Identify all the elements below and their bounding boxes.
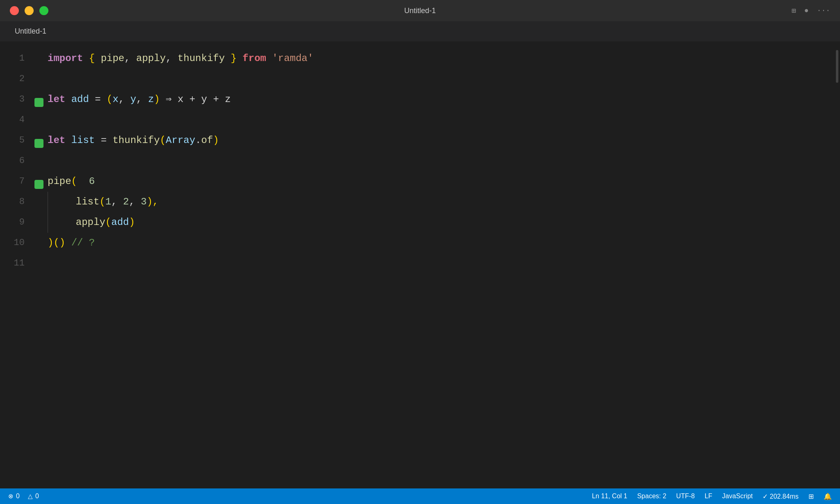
breakpoint-line3	[34, 98, 43, 107]
notification-icon[interactable]: 🔔	[824, 493, 832, 500]
maximize-button[interactable]	[39, 6, 48, 15]
statusbar: ⊗ 0 △ 0 Ln 11, Col 1 Spaces: 2 UTF-8 LF …	[0, 488, 840, 504]
line-numbers: 1 2 3 4 5 6 7 8 9 10 11	[0, 42, 33, 488]
tab-label: Untitled-1	[15, 27, 46, 36]
code-area[interactable]: import { pipe , apply , thunkify } from …	[48, 42, 834, 488]
dot-icon: ●	[804, 7, 809, 15]
warning-icon: △	[28, 493, 33, 500]
line-ending[interactable]: LF	[705, 493, 712, 500]
timing: ✓ 202.84ms	[762, 493, 799, 500]
code-line-3: let add = ( x , y , z ) ⇒ x + y + z	[48, 89, 834, 110]
remote-icon: ⊞	[808, 493, 814, 500]
gutter	[33, 42, 48, 488]
code-line-7: pipe ( 6	[48, 171, 834, 192]
error-count[interactable]: ⊗ 0	[8, 493, 20, 500]
code-line-5: let list = thunkify ( Array . of )	[48, 130, 834, 151]
more-actions-icon[interactable]: ···	[817, 7, 830, 15]
language-mode[interactable]: JavaScript	[722, 493, 753, 500]
code-line-8: list ( 1 , 2 , 3 ),	[48, 192, 834, 212]
tabbar: Untitled-1	[0, 21, 840, 42]
cursor-position[interactable]: Ln 11, Col 1	[592, 493, 627, 500]
error-number: 0	[16, 493, 20, 500]
warning-number: 0	[35, 493, 39, 500]
window-title: Untitled-1	[404, 7, 436, 15]
titlebar-actions: ⊞ ● ···	[792, 6, 830, 15]
status-left: ⊗ 0 △ 0	[8, 493, 39, 500]
minimize-button[interactable]	[25, 6, 34, 15]
code-line-2	[48, 69, 834, 89]
code-line-1: import { pipe , apply , thunkify } from …	[48, 48, 834, 69]
keyword-import: import	[48, 48, 83, 69]
scrollbar-thumb[interactable]	[836, 50, 838, 83]
scrollbar[interactable]	[834, 42, 840, 488]
code-line-11	[48, 253, 834, 274]
warning-count[interactable]: △ 0	[28, 493, 39, 500]
traffic-lights	[10, 6, 48, 15]
active-tab[interactable]: Untitled-1	[8, 21, 53, 41]
code-line-6	[48, 151, 834, 171]
breakpoint-line5	[34, 139, 43, 148]
keyword-from: from	[242, 48, 266, 69]
status-right: Ln 11, Col 1 Spaces: 2 UTF-8 LF JavaScri…	[592, 493, 832, 500]
split-editor-icon[interactable]: ⊞	[792, 6, 796, 15]
breakpoint-line7	[34, 180, 43, 189]
error-icon: ⊗	[8, 493, 14, 500]
indentation[interactable]: Spaces: 2	[637, 493, 666, 500]
editor[interactable]: 1 2 3 4 5 6 7 8 9 10 11 import { pipe , …	[0, 42, 840, 488]
close-button[interactable]	[10, 6, 19, 15]
code-line-9: apply ( add )	[48, 212, 834, 233]
code-line-4	[48, 110, 834, 130]
code-line-10: )() // ?	[48, 233, 834, 253]
titlebar: Untitled-1 ⊞ ● ···	[0, 0, 840, 21]
encoding[interactable]: UTF-8	[676, 493, 695, 500]
